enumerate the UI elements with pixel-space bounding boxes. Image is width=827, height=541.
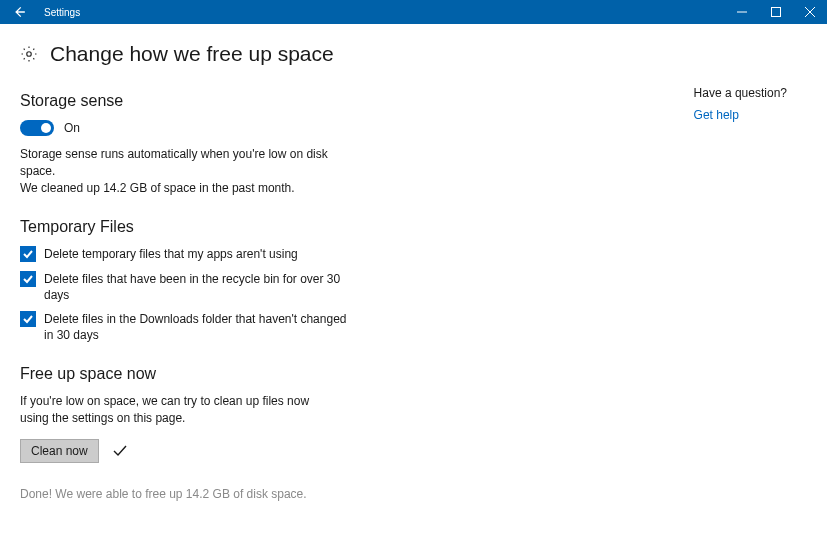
close-button[interactable] — [793, 0, 827, 24]
page-title: Change how we free up space — [50, 42, 334, 66]
maximize-icon — [771, 7, 781, 17]
back-button[interactable] — [0, 0, 38, 24]
app-title: Settings — [44, 7, 80, 18]
get-help-link[interactable]: Get help — [694, 108, 787, 122]
temp-files-item: Delete files that have been in the recyc… — [20, 271, 460, 303]
svg-rect-1 — [772, 8, 781, 17]
checkmark-icon — [22, 313, 34, 325]
help-question: Have a question? — [694, 86, 787, 100]
clean-done-indicator — [113, 445, 127, 457]
checkbox-label: Delete temporary files that my apps aren… — [44, 246, 298, 262]
checkmark-icon — [22, 248, 34, 260]
help-column: Have a question? Get help — [694, 42, 807, 501]
content-area: Change how we free up space Storage sens… — [0, 24, 827, 501]
titlebar: Settings — [0, 0, 827, 24]
checkmark-icon — [113, 445, 127, 457]
checkbox-downloads[interactable] — [20, 311, 36, 327]
free-up-heading: Free up space now — [20, 365, 460, 383]
checkbox-recycle-bin[interactable] — [20, 271, 36, 287]
clean-row: Clean now — [20, 439, 460, 463]
storage-sense-desc-line1: Storage sense runs automatically when yo… — [20, 147, 328, 178]
gear-icon — [20, 45, 38, 63]
storage-sense-toggle[interactable] — [20, 120, 54, 136]
page-header: Change how we free up space — [20, 42, 460, 66]
minimize-icon — [737, 7, 747, 17]
storage-sense-toggle-row: On — [20, 120, 460, 136]
temp-files-item: Delete temporary files that my apps aren… — [20, 246, 460, 262]
checkbox-label: Delete files that have been in the recyc… — [44, 271, 354, 303]
temp-files-block: Delete temporary files that my apps aren… — [20, 246, 460, 343]
clean-done-text: Done! We were able to free up 14.2 GB of… — [20, 487, 460, 501]
arrow-left-icon — [12, 5, 26, 19]
storage-sense-desc-line2: We cleaned up 14.2 GB of space in the pa… — [20, 181, 295, 195]
checkmark-icon — [22, 273, 34, 285]
window-controls — [725, 0, 827, 24]
storage-sense-heading: Storage sense — [20, 92, 460, 110]
maximize-button[interactable] — [759, 0, 793, 24]
temp-files-item: Delete files in the Downloads folder tha… — [20, 311, 460, 343]
svg-point-4 — [27, 52, 32, 57]
checkbox-delete-temp[interactable] — [20, 246, 36, 262]
free-up-description: If you're low on space, we can try to cl… — [20, 393, 340, 427]
main-column: Change how we free up space Storage sens… — [20, 42, 460, 501]
close-icon — [805, 7, 815, 17]
toggle-knob — [41, 123, 51, 133]
storage-sense-toggle-label: On — [64, 121, 80, 135]
clean-now-button[interactable]: Clean now — [20, 439, 99, 463]
minimize-button[interactable] — [725, 0, 759, 24]
storage-sense-description: Storage sense runs automatically when yo… — [20, 146, 360, 196]
temp-files-heading: Temporary Files — [20, 218, 460, 236]
checkbox-label: Delete files in the Downloads folder tha… — [44, 311, 354, 343]
